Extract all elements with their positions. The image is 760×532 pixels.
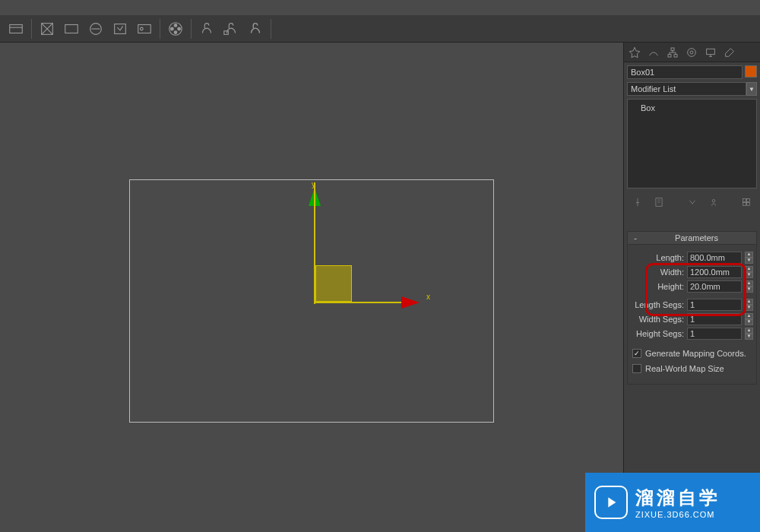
svg-rect-18 <box>707 49 715 54</box>
render-icon[interactable] <box>245 18 266 40</box>
length-spin-up[interactable]: ▲ <box>745 252 753 258</box>
svg-rect-4 <box>115 24 126 33</box>
svg-rect-12 <box>224 30 229 34</box>
width-segs-spin-up[interactable]: ▲ <box>745 313 753 319</box>
real-world-label: Real-World Map Size <box>645 364 724 373</box>
svg-point-16 <box>688 48 696 56</box>
hierarchy-tab-icon[interactable] <box>664 44 681 61</box>
create-tab-icon[interactable] <box>626 44 643 61</box>
command-panel: Modifier List ▼ Box - Parameters Length:… <box>623 43 760 532</box>
toolbar-icon-3[interactable] <box>61 18 82 40</box>
length-spin-down[interactable]: ▼ <box>745 258 753 264</box>
render-frame-icon[interactable] <box>220 18 242 40</box>
height-spin-down[interactable]: ▼ <box>745 287 753 293</box>
height-label: Height: <box>631 282 684 291</box>
modifier-dropdown-button[interactable]: ▼ <box>746 82 757 96</box>
pin-stack-icon[interactable] <box>630 195 645 210</box>
height-segs-spin-down[interactable]: ▼ <box>745 334 753 340</box>
svg-point-11 <box>174 30 177 33</box>
material-editor-icon[interactable] <box>165 18 186 40</box>
height-spin-up[interactable]: ▲ <box>745 280 753 287</box>
height-segs-label: Height Segs: <box>631 329 684 338</box>
width-segs-label: Width Segs: <box>631 315 684 324</box>
svg-rect-0 <box>10 24 23 33</box>
width-segs-spin-down[interactable]: ▼ <box>745 319 753 325</box>
real-world-checkbox[interactable] <box>632 364 641 373</box>
modifier-list-dropdown[interactable]: Modifier List <box>627 82 746 96</box>
length-segs-input[interactable] <box>687 299 742 311</box>
watermark-play-icon <box>594 486 628 519</box>
svg-rect-23 <box>743 203 746 206</box>
width-input[interactable] <box>687 266 742 278</box>
toolbar-icon-2[interactable] <box>36 18 58 40</box>
svg-point-20 <box>712 200 715 203</box>
toolbar-icon-1[interactable] <box>5 18 27 40</box>
viewport[interactable]: y x <box>129 179 494 423</box>
gen-mapping-label: Generate Mapping Coords. <box>645 349 746 358</box>
svg-rect-22 <box>747 198 750 201</box>
object-color-swatch[interactable] <box>745 65 757 78</box>
viewport-area: y x <box>0 43 623 532</box>
gen-mapping-checkbox[interactable]: ✓ <box>632 349 641 358</box>
svg-rect-15 <box>674 54 677 56</box>
parameters-rollout: - Parameters Length: ▲▼ Width: ▲▼ Height… <box>627 231 757 385</box>
svg-point-8 <box>174 24 177 27</box>
height-input[interactable] <box>687 280 742 293</box>
x-axis[interactable] <box>314 302 413 303</box>
svg-rect-14 <box>668 54 671 56</box>
toolbar-icon-5[interactable] <box>109 18 131 40</box>
toolbar-icon-4[interactable] <box>85 18 106 40</box>
command-panel-tabs <box>624 43 760 62</box>
object-name-input[interactable] <box>627 65 743 79</box>
motion-tab-icon[interactable] <box>683 44 700 61</box>
height-segs-input[interactable] <box>687 328 742 340</box>
length-input[interactable] <box>687 252 742 264</box>
svg-rect-24 <box>747 203 750 206</box>
svg-rect-21 <box>743 198 746 201</box>
svg-point-17 <box>690 51 693 54</box>
svg-rect-2 <box>65 24 78 33</box>
width-spin-down[interactable]: ▼ <box>745 272 753 278</box>
rollout-toggle-icon: - <box>631 233 640 242</box>
svg-point-9 <box>171 27 174 30</box>
watermark: 溜溜自学 ZIXUE.3D66.COM <box>585 473 760 532</box>
svg-point-10 <box>178 27 181 30</box>
stack-tools <box>624 192 760 213</box>
svg-rect-13 <box>671 48 674 50</box>
show-end-result-icon[interactable] <box>651 195 667 210</box>
modify-tab-icon[interactable] <box>645 44 662 61</box>
length-label: Length: <box>631 253 684 262</box>
watermark-title: 溜溜自学 <box>635 486 720 510</box>
length-segs-label: Length Segs: <box>631 300 684 309</box>
svg-point-6 <box>141 27 144 30</box>
modifier-stack[interactable]: Box <box>627 99 757 188</box>
render-setup-icon[interactable] <box>196 18 217 40</box>
utilities-tab-icon[interactable] <box>721 44 738 61</box>
width-segs-input[interactable] <box>687 313 742 325</box>
selected-box-object[interactable] <box>315 265 352 302</box>
height-segs-spin-up[interactable]: ▲ <box>745 328 753 334</box>
width-spin-up[interactable]: ▲ <box>745 266 753 272</box>
configure-sets-icon[interactable] <box>739 195 754 210</box>
length-segs-spin-up[interactable]: ▲ <box>745 299 753 305</box>
toolbar-icon-6[interactable] <box>134 18 155 40</box>
watermark-sub: ZIXUE.3D66.COM <box>635 510 720 519</box>
x-axis-arrow <box>401 296 420 309</box>
remove-modifier-icon[interactable] <box>706 195 721 210</box>
x-axis-label: x <box>426 293 430 301</box>
rollout-title: Parameters <box>640 233 753 242</box>
rollout-header[interactable]: - Parameters <box>627 231 757 245</box>
display-tab-icon[interactable] <box>702 44 719 61</box>
main-toolbar <box>0 15 760 43</box>
make-unique-icon[interactable] <box>685 195 700 210</box>
width-label: Width: <box>631 268 684 277</box>
length-segs-spin-down[interactable]: ▼ <box>745 305 753 311</box>
stack-item-box[interactable]: Box <box>630 102 754 114</box>
